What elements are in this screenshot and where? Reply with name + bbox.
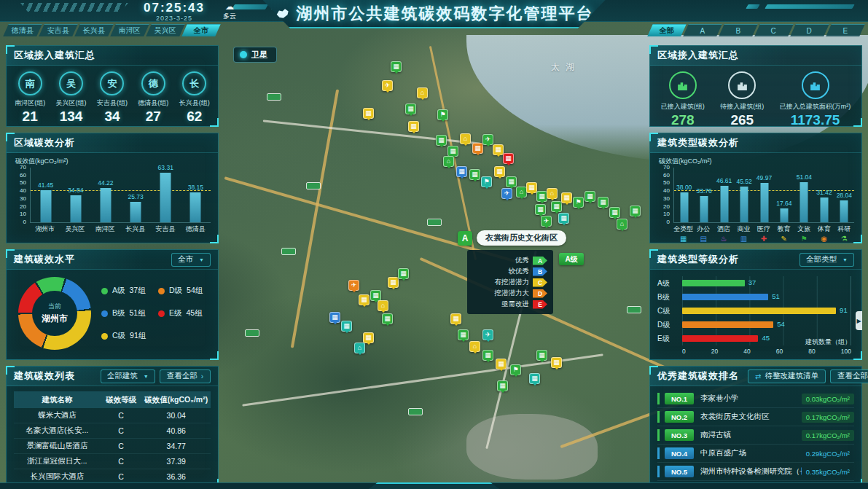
building-marker[interactable]: ▦ [482, 350, 493, 361]
tab-grade-B[interactable]: B [719, 24, 758, 36]
building-marker[interactable]: ▦ [450, 313, 461, 324]
grade-bar-row: B级51 [657, 290, 851, 304]
tab-grade-A[interactable]: A [683, 24, 722, 36]
table-row[interactable]: 蝶米大酒店C30.04 [14, 408, 211, 423]
building-marker[interactable]: ▦ [341, 321, 352, 332]
chevron-down-icon: ▼ [199, 257, 204, 262]
map-tooltip[interactable]: A 衣裳街历史文化街区 [458, 230, 566, 246]
building-marker[interactable]: ⚑ [437, 109, 448, 120]
building-marker[interactable]: ▦ [630, 206, 641, 216]
building-marker[interactable]: ⌂ [460, 133, 471, 144]
satellite-toggle[interactable]: 卫星 [233, 47, 277, 63]
building-marker[interactable]: ▦ [398, 268, 409, 279]
tab-region-全市[interactable]: 全市 [181, 24, 221, 36]
building-marker[interactable]: ▦ [469, 169, 480, 180]
building-marker[interactable]: ▦ [391, 61, 402, 72]
building-marker[interactable]: ▦ [359, 294, 370, 305]
building-marker[interactable]: ▦ [447, 146, 458, 157]
tab-grade-C[interactable]: C [754, 24, 794, 36]
building-marker[interactable]: ▦ [494, 166, 505, 177]
building-marker[interactable]: ▦ [598, 197, 609, 208]
tab-grade-D[interactable]: D [790, 24, 829, 36]
type-filter-dropdown[interactable]: 全部类型▼ [799, 253, 854, 267]
rank-badge: NO.1 [665, 393, 694, 404]
building-marker[interactable]: ▦ [472, 143, 483, 154]
building-marker[interactable]: ✈ [501, 188, 512, 199]
building-marker[interactable]: ⚑ [510, 364, 521, 375]
building-marker[interactable]: ▦ [436, 135, 447, 146]
building-marker[interactable]: ▦ [561, 192, 572, 203]
building-marker[interactable]: ⚑ [573, 197, 584, 208]
tab-grade-E[interactable]: E [826, 24, 865, 36]
ranking-list: NO.1李家巷小学0.03kgCO₂/m²NO.2衣裳街历史文化街区0.17kg… [657, 390, 854, 481]
tab-region-南浔区[interactable]: 南浔区 [110, 24, 149, 36]
building-marker[interactable]: ▦ [382, 313, 393, 324]
ranking-row[interactable]: NO.4中原百盛广场0.29kgCO₂/m² [657, 445, 854, 463]
tab-region-德清县[interactable]: 德清县 [3, 24, 42, 36]
building-marker[interactable]: ▦ [405, 103, 416, 114]
building-marker[interactable]: ⚑ [481, 176, 492, 187]
table-row[interactable]: 名豪大酒店(长安...C40.86 [14, 423, 211, 439]
view-all-button[interactable]: 查看全部› [830, 369, 868, 383]
donut-legend-item: B级51组 [101, 308, 152, 318]
city-scope-dropdown[interactable]: 全市▼ [171, 253, 211, 267]
building-marker[interactable]: ✈ [348, 280, 359, 291]
building-marker[interactable]: ▦ [458, 329, 469, 340]
building-marker[interactable]: ▦ [370, 290, 381, 301]
building-marker[interactable]: ▦ [456, 166, 467, 177]
table-row[interactable]: 浙江皇冠假日大...C37.39 [14, 454, 211, 469]
building-marker[interactable]: ▦ [408, 121, 419, 132]
building-marker[interactable]: ▦ [584, 191, 595, 202]
tab-grade-全部[interactable]: 全部 [647, 24, 687, 36]
building-marker[interactable]: ▦ [329, 312, 340, 323]
building-icon [802, 71, 829, 99]
building-marker[interactable]: ▦ [363, 332, 374, 343]
building-marker[interactable]: ▦ [506, 176, 517, 187]
table-row[interactable]: 景澜富砥山居酒店C34.77 [14, 439, 211, 454]
rectify-list-button[interactable]: ⇄待整改建筑清单 [748, 369, 826, 383]
building-marker[interactable]: ▦ [529, 373, 540, 384]
building-marker[interactable]: ⌂ [547, 188, 558, 199]
ranking-row[interactable]: NO.2衣裳街历史文化街区0.17kgCO₂/m² [657, 408, 854, 426]
building-marker[interactable]: ▦ [551, 357, 562, 368]
building-marker[interactable]: ▦ [536, 191, 547, 202]
ranking-row[interactable]: NO.5湖州市特种设备检测研究院（长兴）0.35kgCO₂/m² [657, 463, 854, 481]
region-carbon-bar-chart: 01020304050607041.4534.8444.2225.7363.31… [7, 168, 218, 234]
building-icon [669, 71, 697, 99]
building-marker[interactable]: ⌂ [354, 343, 365, 353]
grade-tag-icon: A [533, 257, 547, 265]
building-marker[interactable]: ▦ [503, 153, 514, 164]
panel-carbon-level: 建筑碳效水平 全市▼ 当前 湖州市 A级37组D级54组B级51组E级45组C级… [6, 249, 219, 360]
building-marker[interactable]: ✈ [382, 80, 393, 91]
rank-badge: NO.4 [665, 447, 694, 459]
tab-region-吴兴区[interactable]: 吴兴区 [146, 24, 185, 36]
building-marker[interactable]: ⌂ [417, 87, 428, 98]
building-marker[interactable]: ⌂ [516, 187, 527, 197]
building-marker[interactable]: ▦ [536, 350, 547, 361]
panel-collapse-handle[interactable]: ▶ [856, 311, 862, 330]
tab-region-长兴县[interactable]: 长兴县 [74, 24, 114, 36]
building-marker[interactable]: ▦ [609, 207, 620, 218]
view-all-button[interactable]: 查看全部› [160, 369, 211, 383]
building-marker[interactable]: ▦ [493, 144, 504, 155]
building-marker[interactable]: ▦ [496, 359, 507, 369]
building-marker[interactable]: ✈ [482, 134, 493, 145]
tab-region-安吉县[interactable]: 安吉县 [39, 24, 78, 36]
building-marker[interactable]: ⌂ [469, 341, 480, 352]
building-marker[interactable]: ▦ [551, 201, 562, 212]
building-marker[interactable]: ✈ [482, 329, 493, 340]
building-marker[interactable]: ▦ [388, 277, 399, 288]
building-marker[interactable]: ▦ [558, 213, 569, 224]
building-marker[interactable]: ⌂ [617, 219, 627, 230]
building-marker[interactable]: ▦ [526, 182, 537, 193]
building-marker[interactable]: ⌂ [443, 156, 454, 167]
grade-horizontal-bar-chart: A级37B级51C级91D级54E级45 [650, 270, 861, 345]
building-marker[interactable]: ▦ [363, 108, 374, 119]
building-marker[interactable]: ✈ [541, 216, 552, 227]
ranking-row[interactable]: NO.1李家巷小学0.03kgCO₂/m² [657, 390, 854, 408]
building-marker[interactable]: ▦ [497, 380, 508, 391]
building-filter-dropdown[interactable]: 全部建筑▼ [101, 369, 155, 383]
ranking-row[interactable]: NO.3南浔古镇0.17kgCO₂/m² [657, 426, 854, 445]
building-marker[interactable]: ⌂ [378, 300, 388, 311]
building-marker[interactable]: ▦ [535, 204, 546, 215]
